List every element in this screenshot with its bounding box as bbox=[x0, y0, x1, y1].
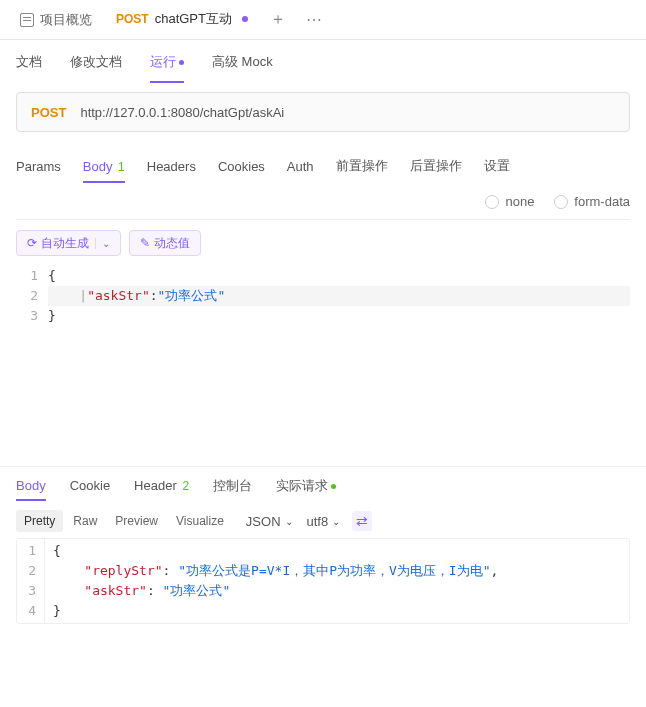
view-raw-button[interactable]: Raw bbox=[65, 510, 105, 532]
actual-dot-icon bbox=[331, 484, 336, 489]
tab-name-label: chatGPT互动 bbox=[155, 10, 232, 28]
run-dot-icon bbox=[179, 60, 184, 65]
tab-method-label: POST bbox=[116, 12, 149, 26]
format-selector[interactable]: JSON ⌄ bbox=[246, 514, 293, 529]
chevron-down-icon[interactable]: ⌄ bbox=[95, 238, 110, 249]
tab-chatgpt[interactable]: POST chatGPT互动 bbox=[104, 0, 260, 39]
body-type-none[interactable]: none bbox=[485, 194, 534, 209]
response-body-viewer[interactable]: 1 2 3 4 { "replyStr": "功率公式是P=V*I，其中P为功率… bbox=[16, 538, 630, 624]
top-tab-bar: 项目概览 POST chatGPT互动 ＋ ⋯ bbox=[0, 0, 646, 40]
chevron-down-icon: ⌄ bbox=[285, 516, 293, 527]
url-input[interactable]: http://127.0.0.1:8080/chatGpt/askAi bbox=[80, 105, 629, 120]
resp-tab-body[interactable]: Body bbox=[16, 470, 46, 501]
request-body-editor[interactable]: 1 2 3 { |"askStr":"功率公式" } bbox=[16, 266, 630, 426]
req-tab-pre[interactable]: 前置操作 bbox=[336, 149, 388, 183]
radio-icon bbox=[554, 195, 568, 209]
body-type-row: none form-data bbox=[0, 184, 646, 219]
code-area: { "replyStr": "功率公式是P=V*I，其中P为功率，V为电压，I为… bbox=[45, 539, 629, 623]
sub-tab-doc[interactable]: 文档 bbox=[16, 41, 42, 83]
resp-tab-cookie[interactable]: Cookie bbox=[70, 470, 110, 501]
chevron-down-icon: ⌄ bbox=[332, 516, 340, 527]
sub-tab-run[interactable]: 运行 bbox=[150, 41, 184, 83]
req-tab-settings[interactable]: 设置 bbox=[484, 149, 510, 183]
req-tab-body-label: Body bbox=[83, 159, 113, 174]
req-tab-headers[interactable]: Headers bbox=[147, 151, 196, 182]
response-toolbar: Pretty Raw Preview Visualize JSON ⌄ utf8… bbox=[0, 504, 646, 538]
body-type-none-label: none bbox=[505, 194, 534, 209]
dynamic-value-button[interactable]: ✎ 动态值 bbox=[129, 230, 201, 256]
resp-tab-header-label: Header bbox=[134, 478, 177, 493]
resp-tab-actual-label: 实际请求 bbox=[276, 478, 328, 493]
method-selector[interactable]: POST bbox=[17, 105, 80, 120]
url-bar[interactable]: POST http://127.0.0.1:8080/chatGpt/askAi bbox=[16, 92, 630, 132]
sub-tab-run-label: 运行 bbox=[150, 54, 176, 69]
sub-tab-edit-doc[interactable]: 修改文档 bbox=[70, 41, 122, 83]
refresh-icon: ⟳ bbox=[27, 236, 37, 250]
body-type-form-data[interactable]: form-data bbox=[554, 194, 630, 209]
radio-icon bbox=[485, 195, 499, 209]
unsaved-dot-icon bbox=[242, 16, 248, 22]
tab-overview-label: 项目概览 bbox=[40, 11, 92, 29]
auto-generate-label: 自动生成 bbox=[41, 235, 89, 252]
encoding-selector[interactable]: utf8 ⌄ bbox=[307, 514, 341, 529]
resp-tab-actual[interactable]: 实际请求 bbox=[276, 469, 336, 503]
encoding-label: utf8 bbox=[307, 514, 329, 529]
format-label: JSON bbox=[246, 514, 281, 529]
view-pretty-button[interactable]: Pretty bbox=[16, 510, 63, 532]
sub-tab-mock[interactable]: 高级 Mock bbox=[212, 41, 273, 83]
req-tab-cookies[interactable]: Cookies bbox=[218, 151, 265, 182]
spacer bbox=[0, 426, 646, 466]
resp-tab-console[interactable]: 控制台 bbox=[213, 469, 252, 503]
view-visualize-button[interactable]: Visualize bbox=[168, 510, 232, 532]
request-tab-bar: Params Body 1 Headers Cookies Auth 前置操作 … bbox=[0, 148, 646, 184]
add-tab-button[interactable]: ＋ bbox=[260, 9, 296, 30]
req-tab-body[interactable]: Body 1 bbox=[83, 151, 125, 182]
tab-overview[interactable]: 项目概览 bbox=[8, 0, 104, 39]
body-count-badge: 1 bbox=[118, 160, 125, 174]
body-type-form-data-label: form-data bbox=[574, 194, 630, 209]
dynamic-value-label: 动态值 bbox=[154, 235, 190, 252]
line-gutter: 1 2 3 4 bbox=[17, 539, 45, 623]
auto-generate-button[interactable]: ⟳ 自动生成 ⌄ bbox=[16, 230, 121, 256]
req-tab-params[interactable]: Params bbox=[16, 151, 61, 182]
req-tab-auth[interactable]: Auth bbox=[287, 151, 314, 182]
sub-tab-bar: 文档 修改文档 运行 高级 Mock bbox=[0, 40, 646, 84]
body-toolbar: ⟳ 自动生成 ⌄ ✎ 动态值 bbox=[0, 220, 646, 266]
response-tab-bar: Body Cookie Header 2 控制台 实际请求 bbox=[0, 466, 646, 504]
magic-icon: ✎ bbox=[140, 236, 150, 250]
resp-tab-header[interactable]: Header 2 bbox=[134, 470, 189, 501]
code-area[interactable]: { |"askStr":"功率公式" } bbox=[48, 266, 630, 426]
view-preview-button[interactable]: Preview bbox=[107, 510, 166, 532]
line-gutter: 1 2 3 bbox=[16, 266, 48, 426]
document-icon bbox=[20, 13, 34, 27]
wrap-toggle-button[interactable]: ⇄ bbox=[352, 511, 372, 531]
req-tab-post[interactable]: 后置操作 bbox=[410, 149, 462, 183]
more-tabs-button[interactable]: ⋯ bbox=[296, 10, 332, 29]
header-count-badge: 2 bbox=[182, 479, 189, 493]
